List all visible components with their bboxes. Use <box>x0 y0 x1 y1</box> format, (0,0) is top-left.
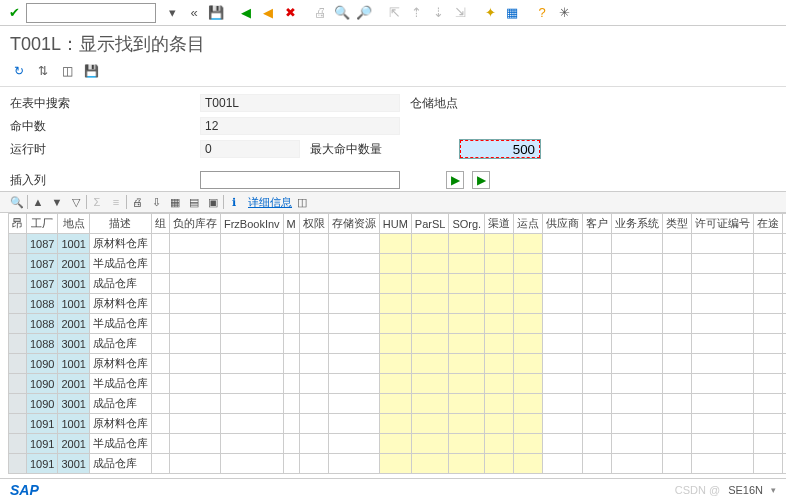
cell-empty <box>151 354 169 374</box>
help-icon[interactable]: ? <box>532 3 552 23</box>
table-row[interactable]: 10881001原材料仓库 <box>9 294 787 314</box>
cell-empty <box>328 254 379 274</box>
row-selector[interactable] <box>9 414 27 434</box>
excel-icon[interactable]: ▦ <box>166 193 184 211</box>
row-selector[interactable] <box>9 314 27 334</box>
graph-icon[interactable]: ◫ <box>293 193 311 211</box>
cell-empty <box>783 314 786 334</box>
export-icon[interactable]: ⇩ <box>147 193 165 211</box>
row-selector[interactable] <box>9 234 27 254</box>
maxhits-input[interactable] <box>460 140 540 158</box>
col-header[interactable]: 运点 <box>514 214 543 234</box>
table-row[interactable]: 10901001原材料仓库 <box>9 354 787 374</box>
row-selector[interactable] <box>9 294 27 314</box>
layout-icon[interactable]: ▣ <box>204 193 222 211</box>
cell-empty <box>449 314 485 334</box>
col-header[interactable]: 权限 <box>299 214 328 234</box>
cell-empty <box>411 414 449 434</box>
row-selector[interactable] <box>9 254 27 274</box>
col-header[interactable]: 地点 <box>58 214 89 234</box>
cell-empty <box>514 254 543 274</box>
filter-icon[interactable]: ▽ <box>67 193 85 211</box>
new-session-icon[interactable]: ✦ <box>480 3 500 23</box>
exit-icon[interactable]: ◀ <box>258 3 278 23</box>
info-icon[interactable]: ℹ <box>225 193 243 211</box>
insert-remove-icon[interactable]: ▶ <box>472 171 490 189</box>
dropdown-icon[interactable]: ▾ <box>162 3 182 23</box>
col-header[interactable]: 描述 <box>89 214 151 234</box>
cell-empty <box>543 454 583 474</box>
col-header[interactable]: 在途 <box>754 214 783 234</box>
sort-asc-icon[interactable]: ▲ <box>29 193 47 211</box>
cell-empty <box>220 294 283 314</box>
cell-empty <box>151 454 169 474</box>
cell-empty <box>783 334 786 354</box>
cell-empty <box>692 274 754 294</box>
row-selector[interactable] <box>9 334 27 354</box>
row-selector[interactable] <box>9 454 27 474</box>
print-grid-icon[interactable]: 🖨 <box>128 193 146 211</box>
cell-empty <box>151 254 169 274</box>
cell-empty <box>612 414 663 434</box>
cell-empty <box>169 334 220 354</box>
col-header[interactable]: 业务系统 <box>612 214 663 234</box>
col-header[interactable]: 负的库存 <box>169 214 220 234</box>
row-selector[interactable] <box>9 274 27 294</box>
cell-empty <box>583 234 612 254</box>
table-row[interactable]: 10911001原材料仓库 <box>9 414 787 434</box>
table-row[interactable]: 10902001半成品仓库 <box>9 374 787 394</box>
col-header[interactable]: 组 <box>151 214 169 234</box>
table-row[interactable]: 10912001半成品仓库 <box>9 434 787 454</box>
detail-link[interactable]: 详细信息 <box>248 195 292 210</box>
back-icon[interactable]: ◀ <box>236 3 256 23</box>
col-header[interactable]: 渠道 <box>485 214 514 234</box>
cancel-icon[interactable]: ✖ <box>280 3 300 23</box>
refresh-icon[interactable]: ↻ <box>10 62 28 80</box>
row-selector[interactable] <box>9 354 27 374</box>
details-icon[interactable]: 🔍 <box>8 193 26 211</box>
col-header[interactable]: M <box>283 214 299 234</box>
table-row[interactable]: 10903001成品仓库 <box>9 394 787 414</box>
cell-empty <box>151 234 169 254</box>
command-field[interactable] <box>26 3 156 23</box>
row-selector[interactable] <box>9 394 27 414</box>
save-variant-icon[interactable]: 💾 <box>82 62 100 80</box>
sort-desc-icon[interactable]: ▼ <box>48 193 66 211</box>
collapse-icon[interactable]: « <box>184 3 204 23</box>
col-header[interactable]: 工厂 <box>27 214 58 234</box>
col-header[interactable]: 类型 <box>663 214 692 234</box>
col-header[interactable]: 供应商 <box>543 214 583 234</box>
table-row[interactable]: 10873001成品仓库 <box>9 274 787 294</box>
insert-column-input[interactable] <box>200 171 400 189</box>
col-header[interactable]: SOrg. <box>449 214 485 234</box>
cell-empty <box>379 374 411 394</box>
col-header[interactable]: 昂 <box>9 214 27 234</box>
tree-icon[interactable]: ⇅ <box>34 62 52 80</box>
cell-empty <box>220 314 283 334</box>
col-header[interactable]: 许可证编号 <box>692 214 754 234</box>
enter-icon[interactable]: ✔ <box>4 3 24 23</box>
table-row[interactable]: 10871001原材料仓库 <box>9 234 787 254</box>
table-row[interactable]: 10883001成品仓库 <box>9 334 787 354</box>
table-row[interactable]: 10872001半成品仓库 <box>9 254 787 274</box>
cell-empty <box>283 274 299 294</box>
view-icon[interactable]: ◫ <box>58 62 76 80</box>
col-header[interactable]: 存储资源 <box>328 214 379 234</box>
col-header[interactable]: TkInd <box>783 214 786 234</box>
col-header[interactable]: HUM <box>379 214 411 234</box>
cell-empty <box>514 234 543 254</box>
row-selector[interactable] <box>9 434 27 454</box>
table-row[interactable]: 10913001成品仓库 <box>9 454 787 474</box>
col-header[interactable]: FrzBookInv <box>220 214 283 234</box>
insert-add-icon[interactable]: ▶ <box>446 171 464 189</box>
customize-icon[interactable]: ✳ <box>554 3 574 23</box>
word-icon[interactable]: ▤ <box>185 193 203 211</box>
col-header[interactable]: ParSL <box>411 214 449 234</box>
cell-desc: 原材料仓库 <box>89 414 151 434</box>
row-selector[interactable] <box>9 374 27 394</box>
cell-empty <box>583 434 612 454</box>
cell-desc: 成品仓库 <box>89 394 151 414</box>
col-header[interactable]: 客户 <box>583 214 612 234</box>
shortcut-icon[interactable]: ▦ <box>502 3 522 23</box>
table-row[interactable]: 10882001半成品仓库 <box>9 314 787 334</box>
